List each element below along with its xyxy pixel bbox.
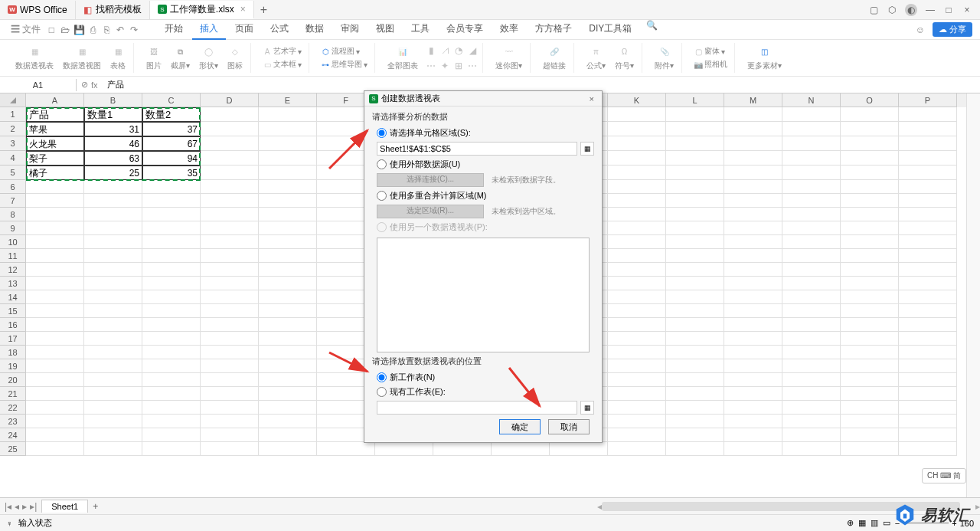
location-input[interactable] <box>377 401 577 415</box>
cell[interactable] <box>899 249 957 263</box>
allcharts-button[interactable]: 📊全部图表 <box>384 44 421 73</box>
cell[interactable] <box>899 263 957 277</box>
cell[interactable] <box>782 221 841 235</box>
select-all-corner[interactable] <box>0 93 26 107</box>
cell[interactable] <box>899 290 957 304</box>
cell[interactable] <box>899 122 957 136</box>
minimize-icon[interactable]: — <box>925 5 936 15</box>
cell[interactable] <box>492 442 550 456</box>
close-icon[interactable]: × <box>240 4 246 15</box>
radio-select-range[interactable] <box>377 128 387 138</box>
cell[interactable] <box>142 194 201 208</box>
row-header[interactable]: 25 <box>0 442 26 456</box>
cell[interactable] <box>724 318 782 332</box>
cell[interactable] <box>375 442 433 456</box>
cell[interactable] <box>26 290 84 304</box>
cell[interactable] <box>841 107 899 122</box>
cell[interactable] <box>259 387 317 401</box>
cell[interactable] <box>259 166 317 180</box>
cell[interactable] <box>142 208 201 221</box>
cell[interactable] <box>84 415 142 428</box>
cell[interactable]: 94 <box>142 151 201 166</box>
cell[interactable] <box>782 359 841 373</box>
col-header[interactable]: N <box>782 93 841 107</box>
cell[interactable] <box>899 332 957 346</box>
cell[interactable] <box>724 136 782 151</box>
cell[interactable] <box>84 249 142 263</box>
cancel-button[interactable]: 取消 <box>548 419 590 434</box>
cell[interactable] <box>259 373 317 387</box>
cell[interactable] <box>84 235 142 249</box>
row-header[interactable]: 5 <box>0 166 26 180</box>
cell[interactable] <box>899 235 957 249</box>
cell[interactable] <box>201 290 259 304</box>
pivot-table-button[interactable]: ▦数据透视表 <box>12 44 57 73</box>
cell[interactable] <box>84 387 142 401</box>
symbol-button[interactable]: Ω符号▾ <box>612 44 637 73</box>
cell[interactable] <box>899 373 957 387</box>
cell[interactable] <box>608 263 666 277</box>
cell[interactable] <box>666 428 724 442</box>
cell[interactable] <box>26 194 84 208</box>
cell[interactable] <box>899 194 957 208</box>
cell[interactable] <box>782 332 841 346</box>
cell[interactable] <box>608 346 666 359</box>
cell[interactable] <box>724 332 782 346</box>
cell[interactable] <box>841 194 899 208</box>
cell[interactable] <box>899 221 957 235</box>
cell[interactable] <box>26 373 84 387</box>
cell[interactable] <box>782 208 841 221</box>
cell[interactable] <box>608 208 666 221</box>
cell[interactable] <box>608 166 666 180</box>
cell[interactable] <box>84 373 142 387</box>
cell[interactable] <box>666 346 724 359</box>
cell[interactable]: 31 <box>84 122 142 136</box>
col-header[interactable]: M <box>724 93 782 107</box>
cell[interactable] <box>724 208 782 221</box>
cell[interactable] <box>26 235 84 249</box>
hyperlink-button[interactable]: 🔗超链接 <box>540 44 569 73</box>
cell[interactable] <box>724 249 782 263</box>
tab-efficiency[interactable]: 效率 <box>492 19 526 40</box>
pie-chart-icon[interactable]: ◔ <box>452 44 466 57</box>
cell[interactable] <box>841 263 899 277</box>
cell[interactable] <box>666 387 724 401</box>
cell[interactable] <box>899 107 957 122</box>
cell[interactable] <box>841 387 899 401</box>
tab-add[interactable]: + <box>254 3 273 17</box>
cell[interactable] <box>608 401 666 415</box>
cell[interactable] <box>666 136 724 151</box>
cell[interactable] <box>201 166 259 180</box>
sheet-nav-next-icon[interactable]: ▸ <box>22 501 27 512</box>
cell[interactable] <box>782 442 841 456</box>
cell[interactable] <box>259 180 317 194</box>
icons-button[interactable]: ◇图标 <box>224 44 246 73</box>
cell[interactable] <box>259 428 317 442</box>
tab-data[interactable]: 数据 <box>298 19 332 40</box>
cell[interactable] <box>26 304 84 318</box>
cell[interactable] <box>142 415 201 428</box>
pivot-chart-button[interactable]: ▦数据透视图 <box>60 44 104 73</box>
cell[interactable] <box>841 290 899 304</box>
cell[interactable] <box>142 387 201 401</box>
cell[interactable] <box>608 194 666 208</box>
cell[interactable] <box>724 373 782 387</box>
cell[interactable] <box>899 318 957 332</box>
cell[interactable] <box>666 401 724 415</box>
mindmap-button[interactable]: ⊶思维导图▾ <box>318 58 370 70</box>
radio-existing-sheet[interactable] <box>377 387 387 397</box>
cell[interactable] <box>841 136 899 151</box>
cell[interactable] <box>724 387 782 401</box>
cell[interactable] <box>142 221 201 235</box>
row-header[interactable]: 17 <box>0 332 26 346</box>
tab-page[interactable]: 页面 <box>227 19 261 40</box>
cell[interactable] <box>84 221 142 235</box>
combo-chart-icon[interactable]: ⊞ <box>452 59 466 73</box>
name-box[interactable]: A1 <box>0 79 77 91</box>
cell[interactable] <box>26 208 84 221</box>
cell[interactable] <box>201 249 259 263</box>
sheet-nav-prev-icon[interactable]: ◂ <box>15 501 19 512</box>
cell[interactable] <box>782 235 841 249</box>
row-header[interactable]: 9 <box>0 221 26 235</box>
save-icon[interactable]: 💾 <box>73 24 85 36</box>
